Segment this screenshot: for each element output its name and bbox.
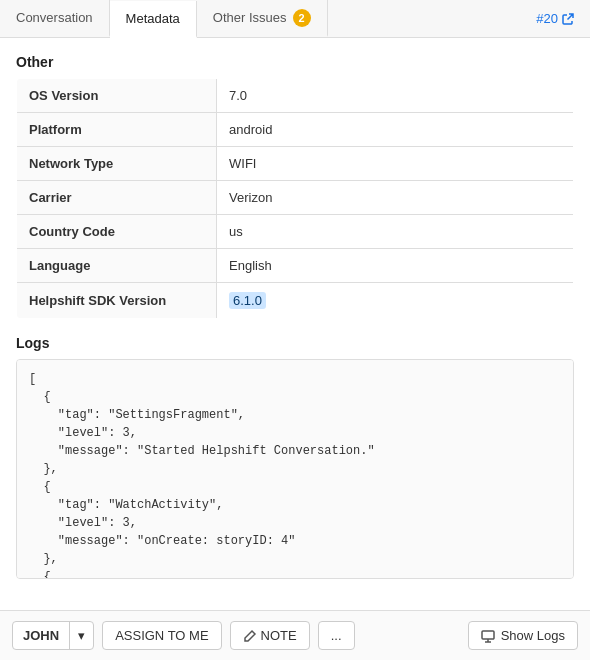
- tab-other-issues[interactable]: Other Issues 2: [197, 0, 328, 37]
- main-content: Other OS Version7.0PlatformandroidNetwor…: [0, 38, 590, 610]
- other-section: Other OS Version7.0PlatformandroidNetwor…: [16, 54, 574, 319]
- external-link-icon: [562, 13, 574, 25]
- logs-content[interactable]: [ { "tag": "SettingsFragment", "level": …: [16, 359, 574, 579]
- table-row: OS Version7.0: [17, 79, 574, 113]
- row-label: Country Code: [17, 215, 217, 249]
- monitor-icon: [481, 629, 495, 643]
- row-value: us: [217, 215, 574, 249]
- footer: JOHN ▾ ASSIGN TO ME NOTE ... Show Logs: [0, 610, 590, 660]
- note-button[interactable]: NOTE: [230, 621, 310, 650]
- table-row: LanguageEnglish: [17, 249, 574, 283]
- table-row: Helpshift SDK Version6.1.0: [17, 283, 574, 319]
- row-value: Verizon: [217, 181, 574, 215]
- row-label: Platform: [17, 113, 217, 147]
- row-value: WIFI: [217, 147, 574, 181]
- tab-conversation[interactable]: Conversation: [0, 0, 110, 37]
- tab-metadata[interactable]: Metadata: [110, 1, 197, 38]
- assignee-label: JOHN: [13, 622, 69, 649]
- assignee-arrow-icon[interactable]: ▾: [69, 622, 93, 649]
- assign-to-me-button[interactable]: ASSIGN TO ME: [102, 621, 221, 650]
- metadata-table: OS Version7.0PlatformandroidNetwork Type…: [16, 78, 574, 319]
- table-row: CarrierVerizon: [17, 181, 574, 215]
- more-button[interactable]: ...: [318, 621, 355, 650]
- row-value: English: [217, 249, 574, 283]
- svg-rect-0: [482, 631, 494, 639]
- logs-section-title: Logs: [16, 335, 574, 351]
- row-label: Network Type: [17, 147, 217, 181]
- other-section-title: Other: [16, 54, 574, 70]
- logs-section: Logs [ { "tag": "SettingsFragment", "lev…: [16, 335, 574, 579]
- row-label: Language: [17, 249, 217, 283]
- row-value: 6.1.0: [217, 283, 574, 319]
- table-row: Platformandroid: [17, 113, 574, 147]
- issue-number-link[interactable]: #20: [520, 11, 590, 26]
- row-value: 7.0: [217, 79, 574, 113]
- table-row: Network TypeWIFI: [17, 147, 574, 181]
- edit-icon: [243, 629, 257, 643]
- row-label: Helpshift SDK Version: [17, 283, 217, 319]
- table-row: Country Codeus: [17, 215, 574, 249]
- show-logs-button[interactable]: Show Logs: [468, 621, 578, 650]
- assignee-dropdown[interactable]: JOHN ▾: [12, 621, 94, 650]
- row-value: android: [217, 113, 574, 147]
- other-issues-badge: 2: [293, 9, 311, 27]
- row-label: OS Version: [17, 79, 217, 113]
- row-label: Carrier: [17, 181, 217, 215]
- tab-bar: Conversation Metadata Other Issues 2 #20: [0, 0, 590, 38]
